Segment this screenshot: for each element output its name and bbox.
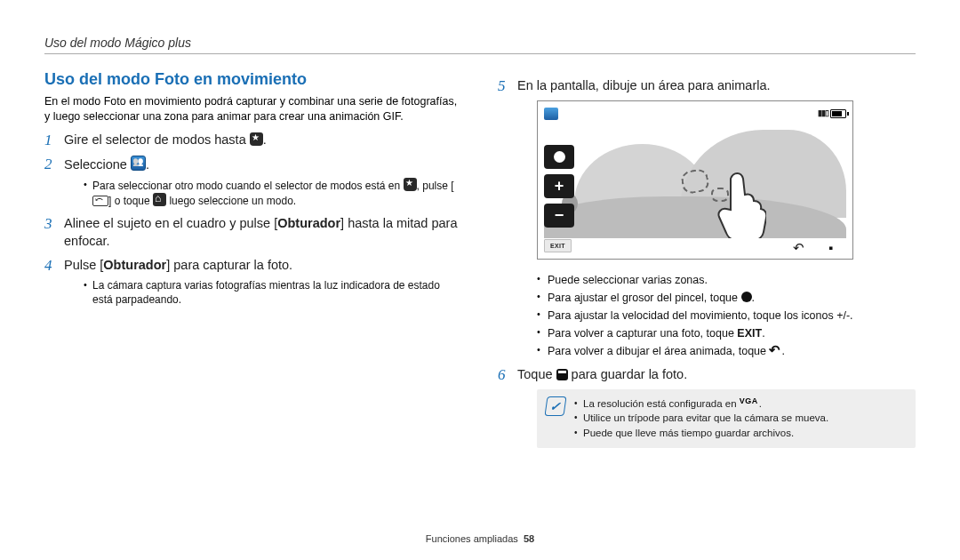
bottom-right-icons: ↶ ▪ (793, 240, 846, 252)
step-6-text: Toque para guardar la foto. (517, 367, 687, 381)
mode-dial-icon (404, 178, 417, 191)
note-a-pre: La resolución está configurada en (583, 398, 740, 409)
brush-dot-icon (741, 292, 752, 302)
step-number: 3 (44, 214, 52, 235)
s4-bold: Obturador (103, 258, 166, 272)
info-icon: ✓ (544, 396, 566, 416)
step-3: 3 Alinee el sujeto en el cuadro y pulse … (44, 215, 462, 250)
back-button-icon (92, 196, 108, 206)
note-list: La resolución está configurada en . Util… (574, 396, 828, 442)
step-4-text: Pulse [Obturador] para capturar la foto. (64, 258, 292, 272)
battery-icon (830, 109, 846, 118)
step-4-sublist: La cámara captura varias fotografías mie… (64, 275, 462, 307)
steps-right: 5 En la pantalla, dibuje un área para an… (498, 77, 916, 448)
step-number: 6 (498, 365, 506, 386)
step-6: 6 Toque para guardar la foto. ✓ La resol… (498, 366, 916, 448)
header-rule (44, 53, 916, 54)
undo-icon: ↶ (793, 240, 805, 252)
step-5-sub-a: Puede seleccionar varias zonas. (537, 272, 916, 288)
step-5-sublist: Puede seleccionar varias zonas. Para aju… (517, 267, 916, 360)
speed-plus-icon: + (544, 174, 574, 198)
step-number: 4 (44, 256, 52, 276)
step-5-sub-b: Para ajustar el grosor del pincel, toque… (537, 290, 916, 306)
note-a: La resolución está configurada en . (574, 397, 828, 412)
step-5-sub-e: Para volver a dibujar el área animada, t… (537, 343, 916, 359)
step-number: 5 (498, 76, 506, 97)
steps-left: 1 Gire el selector de modos hasta . 2 Se… (44, 132, 462, 308)
shot-topbar: ▮▮▯ (544, 108, 846, 120)
home-icon (153, 193, 166, 206)
finger-pointer-icon (704, 170, 766, 238)
step-2-text: Seleccione . (64, 157, 149, 172)
s5e-pre: Para volver a dibujar el área animada, t… (548, 345, 769, 357)
footer-page: 58 (524, 533, 534, 544)
left-column: Uso del modo Foto en movimiento En el mo… (44, 70, 462, 453)
exit-button: EXIT (544, 239, 572, 252)
header-breadcrumb: Uso del modo Mágico plus (44, 36, 916, 50)
step-number: 1 (44, 131, 52, 151)
step-number: 2 (44, 155, 52, 175)
step-2-sublist: Para seleccionar otro modo cuando el sel… (64, 174, 462, 208)
footer: Funciones ampliadas 58 (0, 533, 960, 544)
intro-text: En el modo Foto en movimiento podrá capt… (44, 94, 462, 124)
s2a-pre: Para seleccionar otro modo cuando el sel… (92, 180, 404, 192)
status-right: ▮▮▯ (818, 108, 846, 120)
step-1-pre: Gire el selector de modos hasta (64, 132, 250, 147)
note-c: Puede que lleve más tiempo guardar archi… (574, 427, 828, 441)
shot-bottombar: EXIT ↶ ▪ (544, 239, 846, 253)
s6-post: para guardar la foto. (568, 367, 688, 381)
s6-pre: Toque (517, 367, 556, 381)
step-5-sub-c: Para ajustar la velocidad del movimiento… (537, 308, 916, 324)
note-box: ✓ La resolución está configurada en . Ut… (537, 389, 916, 449)
s5d-pre: Para volver a capturar una foto, toque (548, 327, 737, 340)
s5d-bold: EXIT (737, 327, 762, 340)
step-1: 1 Gire el selector de modos hasta . (44, 132, 462, 149)
motion-photo-icon (131, 156, 146, 171)
save-icon: ▪ (828, 240, 841, 252)
s2a-mid2: ] o toque (108, 195, 153, 207)
mode-badge-icon (544, 108, 558, 120)
step-2: 2 Seleccione . Para seleccionar otro mod… (44, 156, 462, 208)
step-2-sub-a: Para seleccionar otro modo cuando el sel… (84, 178, 462, 208)
save-icon (556, 369, 568, 380)
step-5-text: En la pantalla, dibuje un área para anim… (517, 78, 771, 92)
step-4-sub-a: La cámara captura varias fotografías mie… (84, 278, 462, 307)
camera-screenshot: ▮▮▯ (537, 100, 853, 260)
section-title: Uso del modo Foto en movimiento (44, 70, 462, 89)
footer-label: Funciones ampliadas (426, 533, 518, 544)
s2a-mid: , pulse [ (417, 180, 454, 192)
speed-minus-icon: − (544, 204, 574, 228)
right-column: 5 En la pantalla, dibuje un área para an… (498, 70, 916, 453)
preview-area (544, 121, 846, 238)
camera-screen: ▮▮▯ (540, 105, 850, 256)
s3-pre: Alinee el sujeto en el cuadro y pulse [ (64, 216, 277, 230)
s4-pre: Pulse [ (64, 258, 103, 272)
brush-controls: + − (544, 145, 574, 228)
s5b-pre: Para ajustar el grosor del pincel, toque (548, 292, 741, 304)
signal-icon: ▮▮▯ (818, 108, 828, 118)
vga-icon (740, 398, 759, 407)
note-b: Utilice un trípode para evitar que la cá… (574, 412, 828, 426)
page: Uso del modo Mágico plus Uso del modo Fo… (0, 0, 960, 560)
step-5-sub-d: Para volver a capturar una foto, toque E… (537, 325, 916, 341)
step-2-pre: Seleccione (64, 157, 131, 172)
s3-bold: Obturador (277, 216, 340, 230)
brush-size-icon (544, 145, 574, 169)
step-4: 4 Pulse [Obturador] para capturar la fot… (44, 257, 462, 307)
content-columns: Uso del modo Foto en movimiento En el mo… (44, 70, 916, 453)
s2a-post: luego seleccione un modo. (166, 195, 296, 207)
mode-dial-icon (250, 132, 263, 146)
step-5: 5 En la pantalla, dibuje un área para an… (498, 77, 916, 359)
step-1-text: Gire el selector de modos hasta . (64, 132, 267, 147)
undo-icon (769, 344, 781, 356)
step-3-text: Alinee el sujeto en el cuadro y pulse [O… (64, 216, 458, 248)
s4-post: ] para capturar la foto. (166, 258, 292, 272)
